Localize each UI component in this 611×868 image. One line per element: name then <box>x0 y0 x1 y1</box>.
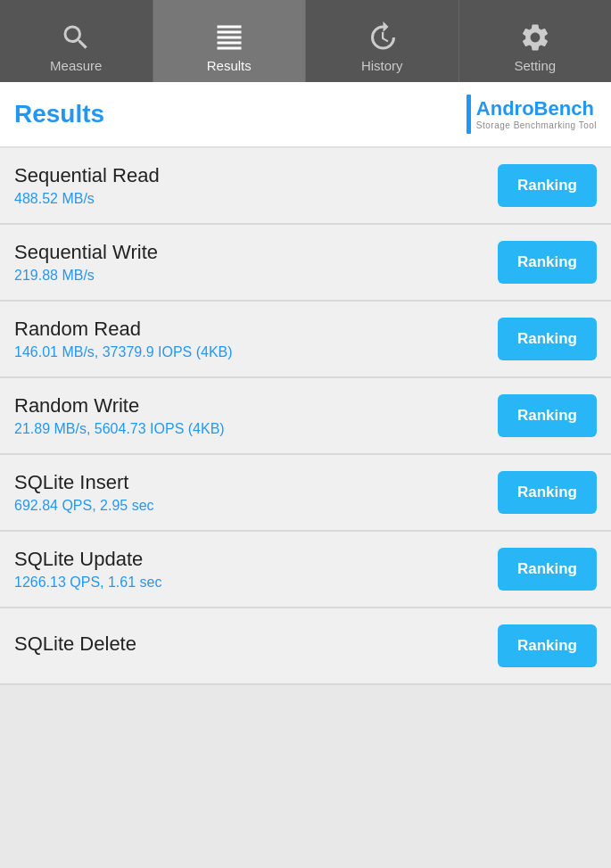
ranking-button-random-read[interactable]: Ranking <box>498 318 597 360</box>
page-header: Results AndroBench Storage Benchmarking … <box>0 82 611 148</box>
logo-bench: Bench <box>534 97 594 120</box>
table-row: SQLite Update 1266.13 QPS, 1.61 sec Rank… <box>0 532 611 608</box>
result-info: Sequential Write 219.88 MB/s <box>14 241 158 284</box>
page-title: Results <box>14 100 104 128</box>
result-info: Sequential Read 488.52 MB/s <box>14 164 160 207</box>
table-row: Sequential Write 219.88 MB/s Ranking <box>0 225 611 302</box>
nav-item-results[interactable]: Results <box>153 0 307 82</box>
result-title: SQLite Delete <box>14 632 136 656</box>
ranking-button-sequential-read[interactable]: Ranking <box>498 164 597 207</box>
result-value: 692.84 QPS, 2.95 sec <box>14 498 154 514</box>
nav-item-measure[interactable]: Measure <box>0 0 153 82</box>
ranking-button-random-write[interactable]: Ranking <box>498 394 597 437</box>
result-title: Sequential Write <box>14 241 158 264</box>
ranking-button-sqlite-insert[interactable]: Ranking <box>498 471 597 514</box>
magnify-icon <box>59 21 93 54</box>
nav-bar: Measure Results History Setting <box>0 0 611 82</box>
result-title: Random Write <box>14 394 225 417</box>
result-value: 21.89 MB/s, 5604.73 IOPS (4KB) <box>14 421 225 437</box>
results-list: Sequential Read 488.52 MB/s Ranking Sequ… <box>0 148 611 685</box>
result-title: SQLite Update <box>14 548 161 571</box>
history-icon <box>365 21 399 54</box>
result-info: Random Read 146.01 MB/s, 37379.9 IOPS (4… <box>14 318 233 360</box>
nav-label-measure: Measure <box>50 58 102 73</box>
logo-text: AndroBench Storage Benchmarking Tool <box>476 98 597 129</box>
result-info: SQLite Delete <box>14 632 136 659</box>
result-value: 1266.13 QPS, 1.61 sec <box>14 575 161 591</box>
nav-item-history[interactable]: History <box>306 0 459 82</box>
result-info: Random Write 21.89 MB/s, 5604.73 IOPS (4… <box>14 394 225 437</box>
table-row: Sequential Read 488.52 MB/s Ranking <box>0 148 611 225</box>
nav-label-history: History <box>361 58 403 73</box>
table-row: Random Write 21.89 MB/s, 5604.73 IOPS (4… <box>0 378 611 455</box>
result-info: SQLite Insert 692.84 QPS, 2.95 sec <box>14 471 154 514</box>
result-value: 488.52 MB/s <box>14 191 160 207</box>
logo-name: AndroBench <box>476 98 597 120</box>
table-row: Random Read 146.01 MB/s, 37379.9 IOPS (4… <box>0 302 611 378</box>
table-row: SQLite Delete Ranking <box>0 608 611 685</box>
result-value: 146.01 MB/s, 37379.9 IOPS (4KB) <box>14 344 233 360</box>
logo-area: AndroBench Storage Benchmarking Tool <box>467 95 597 134</box>
nav-label-results: Results <box>207 58 252 73</box>
logo-subtitle: Storage Benchmarking Tool <box>476 120 597 130</box>
table-icon <box>212 21 246 54</box>
result-value: 219.88 MB/s <box>14 268 158 284</box>
table-row: SQLite Insert 692.84 QPS, 2.95 sec Ranki… <box>0 455 611 532</box>
result-info: SQLite Update 1266.13 QPS, 1.61 sec <box>14 548 161 591</box>
result-title: SQLite Insert <box>14 471 154 494</box>
logo-bar <box>467 95 471 134</box>
nav-item-setting[interactable]: Setting <box>459 0 612 82</box>
ranking-button-sqlite-delete[interactable]: Ranking <box>498 624 597 667</box>
logo-andro: Andro <box>476 97 534 120</box>
nav-label-setting: Setting <box>514 58 556 73</box>
gear-icon <box>518 21 552 54</box>
ranking-button-sequential-write[interactable]: Ranking <box>498 241 597 284</box>
result-title: Random Read <box>14 318 233 341</box>
ranking-button-sqlite-update[interactable]: Ranking <box>498 548 597 591</box>
result-title: Sequential Read <box>14 164 160 187</box>
